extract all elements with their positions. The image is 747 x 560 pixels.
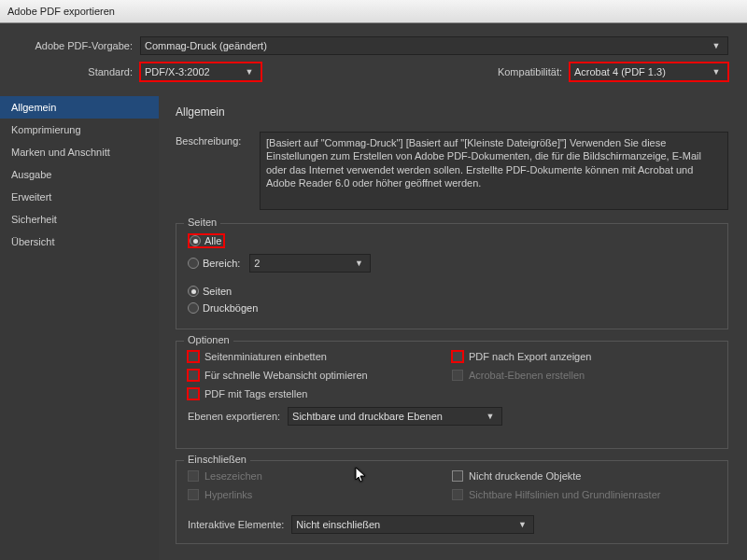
window-titlebar: Adobe PDF exportieren: [0, 0, 747, 23]
sidebar-item-ausgabe[interactable]: Ausgabe: [0, 163, 159, 186]
hyperlinks-label: Hyperlinks: [204, 489, 252, 500]
description-textarea[interactable]: [Basiert auf "Commag-Druck"] [Basiert au…: [260, 132, 728, 210]
content-panel: Allgemein Beschreibung: [Basiert auf "Co…: [159, 96, 747, 560]
standard-value: PDF/X-3:2002: [145, 66, 210, 77]
dialog-window: Adobe PDF exportieren Adobe PDF-Vorgabe:…: [0, 0, 747, 560]
pages-legend: Seiten: [184, 217, 220, 228]
compat-value: Acrobat 4 (PDF 1.3): [574, 66, 666, 77]
description-text: [Basiert auf "Commag-Druck"] [Basiert au…: [266, 137, 701, 189]
pages-pages-radio[interactable]: [188, 286, 199, 297]
embed-thumbs-checkbox[interactable]: [188, 351, 199, 362]
window-title: Adobe PDF exportieren: [7, 6, 115, 17]
include-fieldset: Einschließen Lesezeichen Hyperlinks: [176, 460, 728, 544]
panel-heading: Allgemein: [176, 105, 728, 119]
dialog-body: Allgemein Komprimierung Marken und Ansch…: [0, 96, 747, 560]
export-layers-dropdown[interactable]: Sichtbare und druckbare Ebenen ▼: [288, 407, 502, 426]
export-layers-label: Ebenen exportieren:: [188, 411, 280, 422]
chevron-down-icon: ▼: [483, 412, 498, 421]
fast-web-label: Für schnelle Webansicht optimieren: [204, 370, 368, 381]
topbar: Adobe PDF-Vorgabe: Commag-Druck (geänder…: [0, 23, 747, 96]
sidebar-item-erweitert[interactable]: Erweitert: [0, 186, 159, 208]
chevron-down-icon: ▼: [709, 41, 724, 50]
pages-all-label: Alle: [204, 235, 221, 246]
chevron-down-icon: ▼: [514, 520, 529, 529]
view-after-label: PDF nach Export anzeigen: [469, 351, 591, 362]
pages-spreads-label: Druckbögen: [203, 302, 258, 314]
compat-dropdown[interactable]: Acrobat 4 (PDF 1.3) ▼: [570, 63, 728, 81]
interactive-label: Interaktive Elemente:: [188, 519, 284, 530]
export-layers-value: Sichtbare und druckbare Ebenen: [292, 411, 443, 422]
view-after-checkbox[interactable]: [452, 351, 463, 362]
pages-fieldset: Seiten Alle Bereich: 2 ▼: [176, 223, 728, 329]
compat-label: Kompatibilität:: [498, 66, 570, 77]
options-legend: Optionen: [184, 334, 233, 345]
sidebar-item-uebersicht[interactable]: Übersicht: [0, 231, 159, 253]
pages-range-radio[interactable]: [188, 258, 199, 269]
pages-range-label: Bereich:: [203, 258, 240, 269]
sidebar: Allgemein Komprimierung Marken und Ansch…: [0, 96, 159, 560]
tagged-pdf-checkbox[interactable]: [188, 388, 199, 399]
preset-label: Adobe PDF-Vorgabe:: [19, 40, 140, 51]
preset-value: Commag-Druck (geändert): [145, 40, 267, 51]
standard-label: Standard:: [19, 66, 140, 77]
guides-checkbox: [452, 489, 463, 500]
fast-web-checkbox[interactable]: [188, 370, 199, 381]
embed-thumbs-label: Seitenminiaturen einbetten: [204, 351, 327, 362]
interactive-value: Nicht einschließen: [296, 519, 380, 530]
description-label: Beschreibung:: [176, 132, 260, 210]
pages-pages-label: Seiten: [203, 286, 232, 297]
tagged-pdf-label: PDF mit Tags erstellen: [204, 388, 307, 399]
sidebar-item-allgemein[interactable]: Allgemein: [0, 96, 159, 119]
pages-all-radio[interactable]: [190, 235, 201, 246]
chevron-down-icon: ▼: [351, 259, 366, 268]
include-legend: Einschließen: [184, 454, 250, 465]
sidebar-item-komprimierung[interactable]: Komprimierung: [0, 119, 159, 141]
bookmarks-checkbox: [188, 470, 199, 482]
preset-dropdown[interactable]: Commag-Druck (geändert) ▼: [140, 36, 728, 55]
acrobat-layers-checkbox: [452, 370, 463, 381]
all-highlight: Alle: [188, 233, 225, 248]
pages-spreads-radio[interactable]: [188, 302, 199, 314]
standard-dropdown[interactable]: PDF/X-3:2002 ▼: [140, 63, 261, 81]
chevron-down-icon: ▼: [242, 67, 257, 77]
nonprinting-label: Nicht druckende Objekte: [469, 470, 581, 482]
nonprinting-checkbox[interactable]: [452, 470, 463, 482]
interactive-dropdown[interactable]: Nicht einschließen ▼: [291, 515, 534, 534]
acrobat-layers-label: Acrobat-Ebenen erstellen: [469, 370, 585, 381]
guides-label: Sichtbare Hilfslinien und Grundlinienras…: [469, 489, 660, 500]
bookmarks-label: Lesezeichen: [204, 470, 262, 482]
hyperlinks-checkbox: [188, 489, 199, 500]
pages-range-dropdown[interactable]: 2 ▼: [249, 254, 371, 273]
sidebar-item-marken[interactable]: Marken und Anschnitt: [0, 141, 159, 163]
pages-range-value: 2: [254, 258, 260, 269]
sidebar-item-sicherheit[interactable]: Sicherheit: [0, 208, 159, 231]
chevron-down-icon: ▼: [709, 67, 724, 77]
options-fieldset: Optionen Seitenminiaturen einbetten Für …: [176, 341, 728, 449]
